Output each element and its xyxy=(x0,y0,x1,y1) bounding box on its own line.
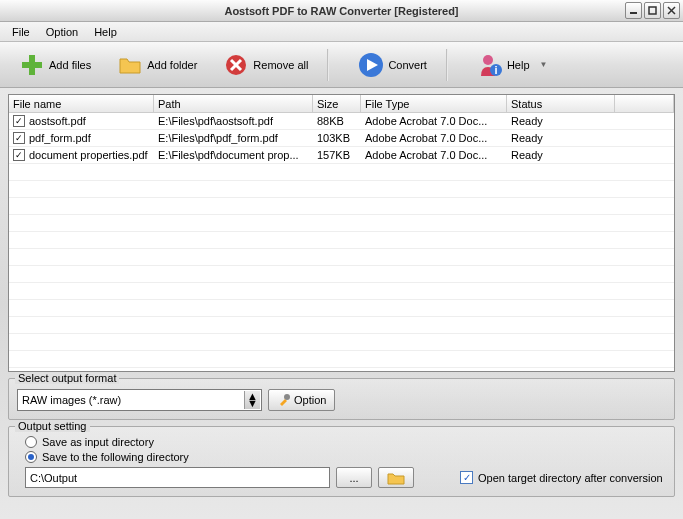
table-row xyxy=(9,215,674,232)
col-path[interactable]: Path xyxy=(154,95,313,112)
svg-rect-5 xyxy=(22,62,42,68)
output-path-input[interactable] xyxy=(25,467,330,488)
convert-label: Convert xyxy=(388,59,427,71)
radio-custom-dir-row[interactable]: Save to the following directory xyxy=(25,451,666,463)
table-row[interactable]: ✓document properties.pdfE:\Files\pdf\doc… xyxy=(9,147,674,164)
close-icon xyxy=(667,6,676,15)
row-checkbox[interactable]: ✓ xyxy=(13,149,25,161)
cell-path: E:\Files\pdf\pdf_form.pdf xyxy=(154,131,313,145)
table-row xyxy=(9,283,674,300)
cell-type: Adobe Acrobat 7.0 Doc... xyxy=(361,114,507,128)
help-button[interactable]: i Help ▼ xyxy=(466,47,559,83)
col-size[interactable]: Size xyxy=(313,95,361,112)
menubar: File Option Help xyxy=(0,22,683,42)
col-status[interactable]: Status xyxy=(507,95,615,112)
cell-status: Ready xyxy=(507,131,615,145)
folder-icon xyxy=(117,52,143,78)
spinner-icon: ▲▼ xyxy=(244,391,260,409)
format-combo[interactable]: RAW images (*.raw) ▲▼ xyxy=(17,389,262,411)
table-row xyxy=(9,181,674,198)
chevron-down-icon: ▼ xyxy=(540,60,548,69)
menu-option[interactable]: Option xyxy=(38,24,86,40)
option-button[interactable]: Option xyxy=(268,389,335,411)
radio-same-dir-label: Save as input directory xyxy=(42,436,154,448)
checkbox-checked-icon: ✓ xyxy=(460,471,473,484)
add-files-button[interactable]: Add files xyxy=(8,47,102,83)
plus-icon xyxy=(19,52,45,78)
body-area: File name Path Size File Type Status ✓ao… xyxy=(0,88,683,519)
cell-status: Ready xyxy=(507,114,615,128)
add-folder-button[interactable]: Add folder xyxy=(106,47,208,83)
output-legend: Output setting xyxy=(15,420,90,432)
cell-size: 103KB xyxy=(313,131,361,145)
toolbar-separator xyxy=(446,49,448,81)
option-label: Option xyxy=(294,394,326,406)
browse-button[interactable]: ... xyxy=(336,467,372,488)
remove-all-button[interactable]: Remove all xyxy=(212,47,319,83)
table-row xyxy=(9,164,674,181)
radio-same-dir-row[interactable]: Save as input directory xyxy=(25,436,666,448)
cell-size: 157KB xyxy=(313,148,361,162)
file-table: File name Path Size File Type Status ✓ao… xyxy=(8,94,675,372)
window-title: Aostsoft PDF to RAW Converter [Registere… xyxy=(224,5,458,17)
table-body: ✓aostsoft.pdfE:\Files\pdf\aostsoft.pdf88… xyxy=(9,113,674,371)
toolbar-separator xyxy=(327,49,329,81)
table-row xyxy=(9,334,674,351)
browse-label: ... xyxy=(349,472,358,484)
table-row xyxy=(9,249,674,266)
cell-name: aostsoft.pdf xyxy=(29,115,86,127)
format-fieldset: Select output format RAW images (*.raw) … xyxy=(8,378,675,420)
radio-custom-dir-label: Save to the following directory xyxy=(42,451,189,463)
svg-rect-1 xyxy=(649,7,656,14)
radio-checked-icon xyxy=(25,451,37,463)
open-after-checkbox-row[interactable]: ✓ Open target directory after conversion xyxy=(460,471,663,484)
help-label: Help xyxy=(507,59,530,71)
table-row xyxy=(9,232,674,249)
table-row xyxy=(9,300,674,317)
col-filename[interactable]: File name xyxy=(9,95,154,112)
close-button[interactable] xyxy=(663,2,680,19)
help-person-icon: i xyxy=(477,52,503,78)
table-row xyxy=(9,317,674,334)
table-row[interactable]: ✓aostsoft.pdfE:\Files\pdf\aostsoft.pdf88… xyxy=(9,113,674,130)
cell-type: Adobe Acrobat 7.0 Doc... xyxy=(361,131,507,145)
menu-help[interactable]: Help xyxy=(86,24,125,40)
maximize-icon xyxy=(648,6,657,15)
convert-button[interactable]: Convert xyxy=(347,47,438,83)
add-files-label: Add files xyxy=(49,59,91,71)
minimize-icon xyxy=(629,6,638,15)
folder-open-icon xyxy=(387,471,405,485)
table-row xyxy=(9,266,674,283)
row-checkbox[interactable]: ✓ xyxy=(13,132,25,144)
svg-point-11 xyxy=(483,55,493,65)
play-icon xyxy=(358,52,384,78)
remove-all-label: Remove all xyxy=(253,59,308,71)
cell-type: Adobe Acrobat 7.0 Doc... xyxy=(361,148,507,162)
cell-path: E:\Files\pdf\document prop... xyxy=(154,148,313,162)
minimize-button[interactable] xyxy=(625,2,642,19)
col-blank xyxy=(615,95,674,112)
cell-size: 88KB xyxy=(313,114,361,128)
svg-text:i: i xyxy=(494,64,497,76)
col-filetype[interactable]: File Type xyxy=(361,95,507,112)
maximize-button[interactable] xyxy=(644,2,661,19)
radio-unchecked-icon xyxy=(25,436,37,448)
table-row xyxy=(9,198,674,215)
menu-file[interactable]: File xyxy=(4,24,38,40)
svg-point-14 xyxy=(284,394,290,400)
table-row[interactable]: ✓pdf_form.pdfE:\Files\pdf\pdf_form.pdf10… xyxy=(9,130,674,147)
format-legend: Select output format xyxy=(15,372,119,384)
cell-name: pdf_form.pdf xyxy=(29,132,91,144)
cell-status: Ready xyxy=(507,148,615,162)
output-fieldset: Output setting Save as input directory S… xyxy=(8,426,675,497)
format-value: RAW images (*.raw) xyxy=(22,394,121,406)
add-folder-label: Add folder xyxy=(147,59,197,71)
open-after-label: Open target directory after conversion xyxy=(478,472,663,484)
remove-icon xyxy=(223,52,249,78)
table-row xyxy=(9,351,674,368)
row-checkbox[interactable]: ✓ xyxy=(13,115,25,127)
titlebar: Aostsoft PDF to RAW Converter [Registere… xyxy=(0,0,683,22)
cell-path: E:\Files\pdf\aostsoft.pdf xyxy=(154,114,313,128)
toolbar: Add files Add folder Remove all Convert … xyxy=(0,42,683,88)
open-folder-button[interactable] xyxy=(378,467,414,488)
